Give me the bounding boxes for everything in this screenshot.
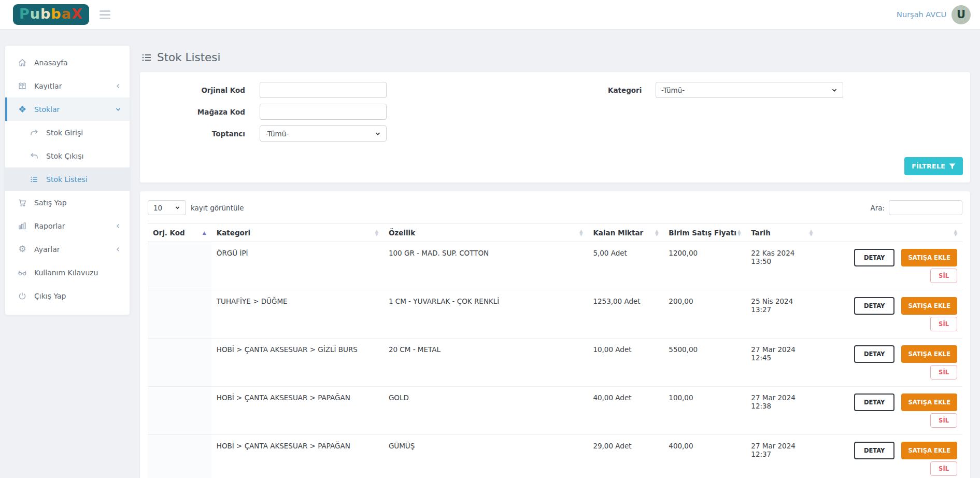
sidebar-item-satis-yap[interactable]: Satış Yap: [5, 191, 130, 214]
kategori-select[interactable]: -Tümü-: [656, 82, 843, 98]
logo-letter: X: [72, 7, 83, 21]
cell-kategori: TUHAFİYE > DÜĞME: [211, 290, 384, 339]
cell-actions: DETAY SATIŞA EKLE SİL: [818, 387, 962, 435]
chevron-left-icon: [115, 223, 121, 229]
cell-tarih: 27 Mar 2024 12:37: [746, 435, 818, 478]
sidebar-item-label: Kayıtlar: [34, 82, 115, 90]
sidebar-item-stok-cikisi[interactable]: Stok Çıkışı: [5, 144, 130, 167]
toptanci-select[interactable]: -Tümü-: [260, 125, 387, 142]
satisa-ekle-button[interactable]: SATIŞA EKLE: [901, 249, 957, 266]
user-name-link[interactable]: Nurşah AVCU: [897, 10, 946, 19]
sidebar-item-anasayfa[interactable]: Anasayfa: [5, 51, 130, 74]
cell-ozellik: GOLD: [384, 387, 588, 435]
orjinal-kod-label: Orjinal Kod: [148, 86, 260, 94]
filtrele-button[interactable]: FİLTRELE: [904, 157, 963, 175]
cell-actions: DETAY SATIŞA EKLE SİL: [818, 242, 962, 290]
cell-kategori: ÖRGÜ İPİ: [211, 242, 384, 290]
satisa-ekle-button[interactable]: SATIŞA EKLE: [901, 297, 957, 315]
sidebar-item-stok-listesi[interactable]: Stok Listesi: [5, 167, 130, 191]
detay-button[interactable]: DETAY: [854, 393, 894, 411]
toptanci-label: Toptancı: [148, 130, 260, 138]
chevron-left-icon: [115, 246, 121, 252]
sidebar-item-label: Stok Girişi: [46, 129, 121, 137]
avatar-letter: U: [957, 8, 965, 21]
cell-tarih: 22 Kas 2024 13:50: [746, 242, 818, 290]
page-length-label: kayıt görüntüle: [191, 204, 244, 212]
detay-button[interactable]: DETAY: [854, 345, 894, 363]
magaza-kod-label: Mağaza Kod: [148, 108, 260, 116]
cell-kategori: HOBİ > ÇANTA AKSESUAR > PAPAĞAN: [211, 387, 384, 435]
sidebar-item-kayitlar[interactable]: Kayıtlar: [5, 74, 130, 97]
sil-button[interactable]: SİL: [930, 413, 957, 428]
table-row: HOBİ > ÇANTA AKSESUAR > PAPAĞAN GOLD 40,…: [148, 387, 962, 435]
arrow-redo-icon: [29, 128, 39, 137]
cell-orj-kod: [148, 387, 211, 435]
sidebar-item-label: Satış Yap: [34, 199, 121, 207]
box-icon: ❖: [17, 105, 27, 114]
glasses-icon: [17, 268, 27, 277]
column-header-actions[interactable]: ▲▼: [818, 223, 962, 242]
column-header-ozellik[interactable]: Özellik▲▼: [384, 223, 588, 242]
sil-button[interactable]: SİL: [930, 461, 957, 476]
cell-birim-satis-fiyati: 5500,00: [663, 339, 746, 387]
cell-ozellik: 20 CM - METAL: [384, 339, 588, 387]
sidebar-item-kullanim-kilavuzu[interactable]: Kullanım Kılavuzu: [5, 261, 130, 284]
cell-actions: DETAY SATIŞA EKLE SİL: [818, 339, 962, 387]
sidebar-item-label: Kullanım Kılavuzu: [34, 269, 121, 277]
sidebar-item-label: Stoklar: [34, 105, 115, 114]
cell-kategori: HOBİ > ÇANTA AKSESUAR > GİZLİ BURS: [211, 339, 384, 387]
table-row: HOBİ > ÇANTA AKSESUAR > PAPAĞAN GÜMÜŞ 29…: [148, 435, 962, 478]
book-icon: [17, 81, 27, 91]
satisa-ekle-button[interactable]: SATIŞA EKLE: [901, 345, 957, 363]
sidebar-item-label: Çıkış Yap: [34, 292, 121, 300]
column-header-orj-kod[interactable]: Orj. Kod▲: [148, 223, 211, 242]
page-length-select[interactable]: 10: [148, 200, 186, 215]
orjinal-kod-input[interactable]: [260, 82, 387, 98]
logo-letter: a: [62, 7, 72, 21]
cell-ozellik: 1 CM - YUVARLAK - ÇOK RENKLİ: [384, 290, 588, 339]
table-row: ÖRGÜ İPİ 100 GR - MAD. SUP. COTTON 5,00 …: [148, 242, 962, 290]
cell-orj-kod: [148, 339, 211, 387]
logo-letter: b: [40, 7, 51, 21]
detay-button[interactable]: DETAY: [854, 442, 894, 459]
column-header-kategori[interactable]: Kategori▲▼: [211, 223, 384, 242]
cell-ozellik: GÜMÜŞ: [384, 435, 588, 478]
sidebar-item-stok-girisi[interactable]: Stok Girişi: [5, 121, 130, 144]
detay-button[interactable]: DETAY: [854, 297, 894, 315]
sidebar-item-raporlar[interactable]: Raporlar: [5, 214, 130, 237]
cell-tarih: 27 Mar 2024 12:38: [746, 387, 818, 435]
cart-icon: [17, 198, 27, 207]
sidebar-item-cikis-yap[interactable]: Çıkış Yap: [5, 284, 130, 307]
filtrele-button-label: FİLTRELE: [912, 162, 945, 170]
cell-birim-satis-fiyati: 400,00: [663, 435, 746, 478]
column-header-birim-satis-fiyati[interactable]: Birim Satış Fiyatı▲▼: [663, 223, 746, 242]
app-logo[interactable]: PubbaX: [13, 4, 89, 25]
gear-icon: ⚙: [17, 245, 27, 254]
cell-orj-kod: [148, 242, 211, 290]
detay-button[interactable]: DETAY: [854, 249, 894, 266]
topbar: PubbaX Nurşah AVCU U: [0, 0, 980, 30]
hamburger-menu-icon[interactable]: [100, 10, 110, 19]
logo-letter: P: [19, 7, 30, 21]
toptanci-select-value: -Tümü-: [265, 130, 375, 138]
satisa-ekle-button[interactable]: SATIŞA EKLE: [901, 393, 957, 411]
cell-kategori: HOBİ > ÇANTA AKSESUAR > PAPAĞAN: [211, 435, 384, 478]
cell-kalan-miktar: 29,00 Adet: [588, 435, 663, 478]
column-header-tarih[interactable]: Tarih▲▼: [746, 223, 818, 242]
sil-button[interactable]: SİL: [930, 365, 957, 379]
table-search-input[interactable]: [889, 200, 962, 215]
column-header-kalan-miktar[interactable]: Kalan Miktar▲▼: [588, 223, 663, 242]
cell-actions: DETAY SATIŞA EKLE SİL: [818, 290, 962, 339]
table-row: HOBİ > ÇANTA AKSESUAR > GİZLİ BURS 20 CM…: [148, 339, 962, 387]
sidebar-item-stoklar[interactable]: ❖ Stoklar: [5, 97, 130, 121]
sort-icons: ▲▼: [809, 229, 813, 236]
user-avatar[interactable]: U: [951, 5, 971, 24]
satisa-ekle-button[interactable]: SATIŞA EKLE: [901, 442, 957, 459]
sidebar-item-label: Stok Çıkışı: [46, 152, 121, 160]
cell-kalan-miktar: 1253,00 Adet: [588, 290, 663, 339]
sidebar-item-ayarlar[interactable]: ⚙ Ayarlar: [5, 237, 130, 261]
main-content: Stok Listesi Orjinal Kod Mağaza Kod Topt…: [140, 46, 970, 478]
magaza-kod-input[interactable]: [260, 104, 387, 120]
sil-button[interactable]: SİL: [930, 317, 957, 331]
sil-button[interactable]: SİL: [930, 269, 957, 283]
